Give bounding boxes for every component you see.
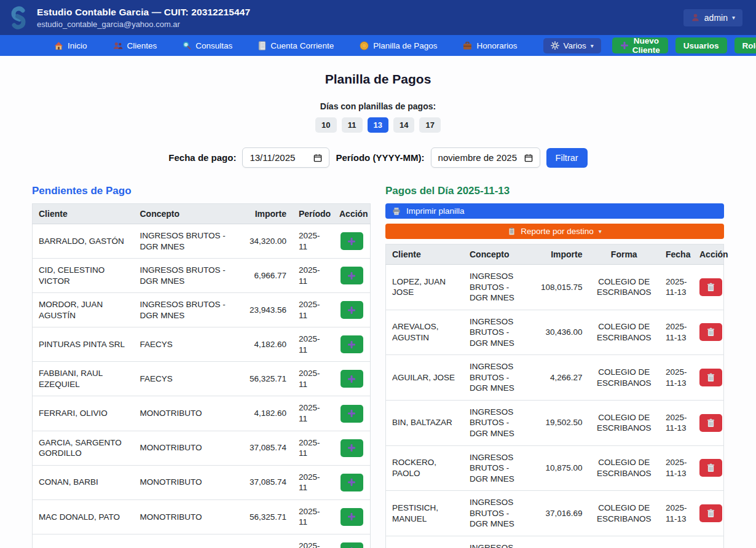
pending-row: PINTURAS PINTA SRLFAECYS4,182.602025-11 [33,327,371,362]
trash-icon [707,373,715,382]
fecha-input[interactable]: 13/11/2025 [242,147,329,168]
add-payment-button[interactable] [341,405,363,423]
nav-item-consultas[interactable]: Consultas [183,41,232,50]
add-payment-button[interactable] [341,474,363,491]
pending-cell-concepto: FAECYS [134,362,242,396]
payments-row: ROCKERO, PAOLOINGRESOS BRUTOS - DGR MNES… [386,445,724,491]
app-email: estudio_contable_garcia@yahoo.com.ar [37,20,250,29]
nuevo-cliente-label: Nuevo Cliente [632,36,660,55]
payments-cell-cliente: AREVALOS, AGUSTIN [386,310,464,355]
pending-row: FERRARI, OLIVIOMONOTRIBUTO4,182.602025-1… [33,396,371,431]
roles-label: Roles [742,41,756,50]
varios-dropdown-button[interactable]: Varios ▾ [543,38,601,53]
delete-payment-button[interactable] [699,414,722,432]
usuarios-button[interactable]: Usuarios [675,37,727,53]
payments-cell-fecha: 2025-11-13 [660,265,693,310]
day-button-11[interactable]: 11 [342,117,363,133]
nav-item-inicio[interactable]: Inicio [54,41,87,50]
periodo-input[interactable]: noviembre de 2025 [431,147,540,168]
pending-cell-concepto: INGRESOS BRUTOS - DGR MNES [134,259,242,293]
pending-row: GARCIA, SARGENTO GORDILLOMONOTRIBUTO37,0… [33,431,371,465]
caret-down-icon: ▾ [732,14,735,21]
add-payment-button[interactable] [341,267,363,284]
days-label: Días con planillas de pagos: [32,101,724,111]
payments-cell-importe: 30,436.00 [535,310,589,355]
delete-payment-button[interactable] [699,459,722,477]
payments-cell-forma: COLEGIO DE ESCRIBANOS [589,400,660,445]
payments-cell-importe: 19,502.50 [535,400,589,445]
add-payment-button[interactable] [341,335,363,353]
payments-cell-fecha: 2025-11-13 [660,400,693,445]
payments-cell-cliente: ROCKERO, PAOLO [386,445,464,491]
pending-cell-importe: 56,325.71 [242,499,293,534]
delete-payment-button[interactable] [699,369,722,386]
nuevo-cliente-button[interactable]: Nuevo Cliente [612,37,668,53]
trash-icon [707,418,715,428]
payments-cell-fecha: 2025-11-13 [660,536,693,548]
add-payment-button[interactable] [341,439,363,457]
payments-cell-forma: COLEGIO DE ESCRIBANOS [589,445,660,491]
delete-payment-button[interactable] [699,278,722,296]
payments-col-cliente: Cliente [386,245,464,265]
pending-cell-periodo: 2025-11 [293,499,333,534]
day-button-10[interactable]: 10 [315,117,336,133]
pending-cell-cliente: BARRALDO, GASTÓN [33,224,134,259]
roles-button[interactable]: Roles [734,37,756,53]
pending-cell-periodo: 2025-11 [293,431,333,465]
coin-icon [360,41,369,50]
payments-cell-cliente: PESTISICH, MANUEL [386,491,464,536]
day-button-17[interactable]: 17 [419,117,440,133]
day-button-14[interactable]: 14 [393,117,414,133]
pending-cell-cliente: CONAN, BARBI [33,465,134,499]
payments-cell-cliente: AGUILAR, JOSE [386,355,464,401]
nav-item-planilla-de-pagos[interactable]: Planilla de Pagos [360,41,437,50]
print-sheet-button[interactable]: Imprimir planilla [385,203,724,219]
pending-col-cliente: Cliente [33,204,134,224]
calendar-icon [524,154,533,162]
day-button-13[interactable]: 13 [368,117,388,133]
payments-cell-accion [693,445,724,491]
pending-cell-cliente: FERRARI, OLIVIO [33,396,134,431]
add-payment-button[interactable] [341,232,363,250]
report-by-destination-label: Reporte por destino [521,227,594,236]
user-menu-button[interactable]: admin ▾ [683,9,742,26]
periodo-label: Período (YYYY-MM): [336,152,424,163]
add-payment-button[interactable] [341,542,363,548]
fecha-value: 13/11/2025 [250,152,295,163]
trash-icon [707,463,715,472]
payments-cell-accion [693,536,724,548]
plus-icon [347,512,356,521]
delete-payment-button[interactable] [699,323,722,341]
pending-cell-importe: 6,966.77 [242,259,293,293]
payments-cell-importe: 37,016.69 [535,491,589,536]
filter-row: Fecha de pago: 13/11/2025 Período (YYYY-… [32,147,724,168]
add-payment-button[interactable] [341,301,363,319]
payments-cell-cliente: BIN, BALTAZAR [386,400,464,445]
filtrar-button[interactable]: Filtrar [546,148,588,168]
pending-cell-periodo: 2025-11 [293,259,333,293]
pending-cell-concepto: MONOTRIBUTO [134,499,242,534]
nav-item-cuenta-corriente[interactable]: Cuenta Corriente [258,41,334,50]
plus-icon [347,375,356,383]
payments-col-importe: Importe [535,245,589,265]
pending-panel: Pendientes de Pago ClienteConceptoImport… [32,185,371,548]
delete-payment-button[interactable] [699,504,722,522]
pending-cell-periodo: 2025-11 [293,362,333,396]
add-payment-button[interactable] [341,508,363,526]
report-by-destination-button[interactable]: Reporte por destino ▾ [385,224,724,239]
payments-col-acci-n: Acción [693,245,724,265]
pending-col-concepto: Concepto [134,204,242,224]
nav-item-label: Cuenta Corriente [270,41,334,50]
pending-cell-accion [333,396,371,431]
pending-cell-importe: 34,320.00 [242,224,293,259]
nav-action-buttons: Nuevo ClienteUsuariosRoles [612,37,756,53]
pending-cell-accion [333,224,371,259]
nav-items: InicioClientesConsultasCuenta CorrienteP… [54,41,543,50]
pending-cell-periodo: 2025-11 [293,465,333,499]
plus-icon [347,306,356,315]
payments-row: AGUILAR, JOSEINGRESOS BRUTOS - DGR MNES4… [386,355,724,401]
nav-item-clientes[interactable]: Clientes [113,41,157,50]
add-payment-button[interactable] [341,370,363,388]
nav-item-honorarios[interactable]: Honorarios [463,41,517,50]
nav-item-label: Planilla de Pagos [373,41,437,50]
